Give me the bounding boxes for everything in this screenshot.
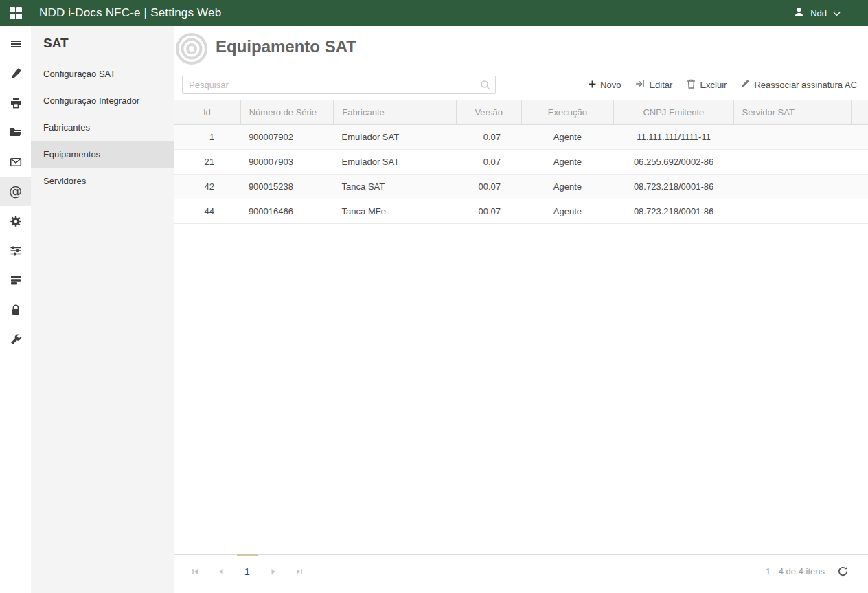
cell-execucao: Agente bbox=[521, 125, 614, 149]
cell-execucao: Agente bbox=[521, 150, 614, 174]
column-header-versao[interactable]: Versão bbox=[456, 100, 521, 124]
table-row[interactable]: 44 900016466 Tanca MFe 00.07 Agente 08.7… bbox=[174, 199, 868, 224]
table-row[interactable]: 42 900015238 Tanca SAT 00.07 Agente 08.7… bbox=[174, 175, 868, 199]
next-page-button[interactable] bbox=[260, 555, 286, 588]
page-number-button[interactable]: 1 bbox=[234, 555, 260, 588]
layers-icon bbox=[10, 274, 22, 287]
sidebar-item-servidores[interactable]: Servidores bbox=[31, 168, 174, 194]
rail-item-at-active[interactable]: @ bbox=[0, 177, 31, 206]
hamburger-icon bbox=[10, 38, 22, 50]
folder-open-icon bbox=[10, 126, 22, 139]
sidebar-title: SAT bbox=[31, 26, 174, 60]
column-header-cnpj-emitente[interactable]: CNPJ Emitente bbox=[613, 100, 733, 124]
previous-page-button[interactable] bbox=[208, 555, 234, 588]
pager-status: 1 - 4 de 4 itens bbox=[766, 566, 825, 577]
cell-id: 44 bbox=[174, 199, 240, 223]
target-logo-icon bbox=[174, 32, 209, 69]
column-header-execucao[interactable]: Execução bbox=[521, 100, 614, 124]
table-row[interactable]: 1 900007902 Emulador SAT 0.07 Agente 11.… bbox=[174, 125, 868, 150]
rail-item-tools[interactable] bbox=[0, 58, 31, 88]
user-icon bbox=[794, 7, 804, 20]
cell-fabricante: Tanca SAT bbox=[334, 175, 457, 199]
table-header-row: Id Número de Série Fabricante Versão Exe… bbox=[174, 100, 868, 125]
equipamentos-grid: Id Número de Série Fabricante Versão Exe… bbox=[174, 100, 868, 553]
trash-icon bbox=[687, 79, 696, 91]
cell-execucao: Agente bbox=[521, 199, 614, 223]
cell-cnpj-emitente: 11.111.111/1111-11 bbox=[614, 125, 734, 149]
first-page-icon bbox=[191, 568, 199, 576]
cell-fabricante: Emulador SAT bbox=[334, 125, 457, 149]
sidebar: SAT Configuração SAT Configuração Integr… bbox=[31, 26, 174, 593]
novo-button[interactable]: Novo bbox=[589, 80, 621, 90]
cell-numero-serie: 900007902 bbox=[240, 125, 334, 149]
grid-toolbar: Novo Editar bbox=[174, 75, 868, 94]
lock-icon bbox=[10, 304, 22, 316]
apps-launcher-button[interactable] bbox=[0, 0, 31, 26]
pencil-icon bbox=[741, 79, 750, 90]
cell-numero-serie: 900015238 bbox=[240, 175, 334, 199]
table-row[interactable]: 21 900007903 Emulador SAT 0.07 Agente 06… bbox=[174, 150, 868, 175]
cell-numero-serie: 900016466 bbox=[240, 199, 334, 223]
user-menu[interactable]: Ndd bbox=[794, 7, 868, 20]
rail-item-printer[interactable] bbox=[0, 88, 31, 118]
cell-filler bbox=[852, 150, 868, 174]
cell-versao: 0.07 bbox=[456, 125, 521, 149]
cell-servidor-sat bbox=[733, 199, 852, 223]
cell-versao: 0.07 bbox=[456, 150, 521, 174]
wrench-icon bbox=[10, 333, 22, 346]
cell-id: 1 bbox=[174, 125, 240, 149]
plus-icon bbox=[589, 80, 596, 90]
sidebar-item-fabricantes[interactable]: Fabricantes bbox=[31, 114, 174, 141]
cell-servidor-sat bbox=[733, 175, 852, 199]
sidebar-item-configuracao-integrador[interactable]: Configuração Integrador bbox=[31, 87, 174, 114]
printer-icon bbox=[10, 97, 22, 109]
at-icon: @ bbox=[9, 185, 22, 198]
topbar: NDD i-Docs NFC-e | Settings Web Ndd bbox=[0, 0, 868, 26]
excluir-button[interactable]: Excluir bbox=[687, 79, 727, 91]
page-title: Equipamento SAT bbox=[216, 37, 356, 56]
sidebar-item-equipamentos[interactable]: Equipamentos bbox=[31, 141, 174, 168]
rail-item-folder[interactable] bbox=[0, 118, 31, 147]
edit-icon bbox=[635, 80, 645, 90]
search-box bbox=[182, 76, 496, 94]
first-page-button[interactable] bbox=[182, 555, 208, 588]
rail-item-mail[interactable] bbox=[0, 147, 31, 177]
rail-item-servers[interactable] bbox=[0, 265, 31, 295]
column-header-filler bbox=[851, 100, 868, 124]
column-header-id[interactable]: Id bbox=[174, 100, 240, 124]
column-header-numero-serie[interactable]: Número de Série bbox=[240, 100, 334, 124]
last-page-button[interactable] bbox=[286, 555, 312, 588]
cell-versao: 00.07 bbox=[456, 175, 521, 199]
page-header: Equipamento SAT bbox=[174, 26, 868, 75]
toolbar-actions: Novo Editar bbox=[589, 79, 868, 91]
reassociar-assinatura-button[interactable]: Reassociar assinatura AC bbox=[741, 79, 857, 90]
cell-fabricante: Tanca MFe bbox=[334, 199, 457, 223]
apps-grid-icon bbox=[10, 7, 22, 19]
refresh-icon bbox=[837, 566, 849, 577]
rail-item-security[interactable] bbox=[0, 295, 31, 324]
icon-rail: @ bbox=[0, 26, 31, 593]
menu-toggle-button[interactable] bbox=[0, 29, 31, 58]
search-icon[interactable] bbox=[480, 80, 491, 93]
cell-versao: 00.07 bbox=[456, 199, 521, 223]
envelope-icon bbox=[10, 156, 22, 168]
column-header-servidor-sat[interactable]: Servidor SAT bbox=[733, 100, 851, 124]
next-page-icon bbox=[269, 568, 277, 576]
refresh-button[interactable] bbox=[837, 566, 849, 577]
pager: 1 1 - 4 de 4 itens bbox=[174, 554, 868, 588]
rail-item-maintenance[interactable] bbox=[0, 324, 31, 354]
last-page-icon bbox=[295, 568, 304, 576]
column-header-fabricante[interactable]: Fabricante bbox=[333, 100, 455, 124]
sliders-icon bbox=[10, 245, 22, 257]
cell-execucao: Agente bbox=[521, 175, 614, 199]
cell-id: 21 bbox=[174, 150, 240, 174]
sidebar-item-configuracao-sat[interactable]: Configuração SAT bbox=[31, 60, 174, 87]
editar-button[interactable]: Editar bbox=[635, 80, 672, 90]
app-title: NDD i-Docs NFC-e | Settings Web bbox=[39, 6, 221, 20]
chevron-down-icon bbox=[833, 7, 841, 19]
search-input[interactable] bbox=[183, 76, 495, 93]
rail-item-settings[interactable] bbox=[0, 206, 31, 236]
cell-cnpj-emitente: 08.723.218/0001-86 bbox=[614, 199, 734, 223]
cell-filler bbox=[852, 175, 868, 199]
rail-item-parameters[interactable] bbox=[0, 236, 31, 265]
